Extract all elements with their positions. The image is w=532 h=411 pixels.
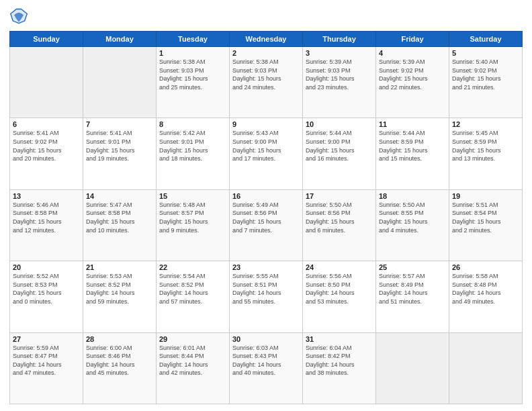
weekday-header: Sunday bbox=[10, 32, 83, 47]
day-number: 25 bbox=[379, 263, 446, 271]
weekday-header: Tuesday bbox=[157, 32, 230, 47]
day-info: Sunrise: 5:44 AM Sunset: 8:59 PM Dayligh… bbox=[379, 129, 446, 163]
day-number: 20 bbox=[13, 263, 80, 271]
calendar-cell: 25Sunrise: 5:57 AM Sunset: 8:49 PM Dayli… bbox=[376, 261, 449, 332]
day-info: Sunrise: 6:04 AM Sunset: 8:42 PM Dayligh… bbox=[306, 344, 373, 377]
day-number: 29 bbox=[159, 335, 226, 343]
calendar-cell: 17Sunrise: 5:50 AM Sunset: 8:56 PM Dayli… bbox=[303, 189, 376, 261]
day-number: 16 bbox=[232, 192, 300, 200]
day-number: 9 bbox=[232, 120, 300, 128]
calendar-week-row: 1Sunrise: 5:38 AM Sunset: 9:03 PM Daylig… bbox=[10, 47, 523, 118]
calendar-week-row: 13Sunrise: 5:46 AM Sunset: 8:58 PM Dayli… bbox=[10, 189, 523, 261]
day-info: Sunrise: 5:59 AM Sunset: 8:47 PM Dayligh… bbox=[13, 344, 80, 377]
day-info: Sunrise: 6:00 AM Sunset: 8:46 PM Dayligh… bbox=[86, 344, 153, 377]
calendar-week-row: 27Sunrise: 5:59 AM Sunset: 8:47 PM Dayli… bbox=[10, 332, 523, 404]
calendar-cell bbox=[449, 332, 523, 404]
day-info: Sunrise: 5:56 AM Sunset: 8:50 PM Dayligh… bbox=[306, 272, 373, 306]
day-info: Sunrise: 5:53 AM Sunset: 8:52 PM Dayligh… bbox=[86, 272, 153, 306]
calendar-cell: 1Sunrise: 5:38 AM Sunset: 9:03 PM Daylig… bbox=[157, 47, 230, 118]
day-number: 30 bbox=[232, 335, 300, 343]
calendar-week-row: 6Sunrise: 5:41 AM Sunset: 9:02 PM Daylig… bbox=[10, 118, 523, 189]
day-info: Sunrise: 5:43 AM Sunset: 9:00 PM Dayligh… bbox=[232, 129, 300, 163]
weekday-header: Wednesday bbox=[230, 32, 303, 47]
day-info: Sunrise: 5:55 AM Sunset: 8:51 PM Dayligh… bbox=[232, 272, 300, 306]
day-number: 28 bbox=[86, 335, 153, 343]
day-number: 23 bbox=[232, 263, 300, 271]
day-info: Sunrise: 5:38 AM Sunset: 9:03 PM Dayligh… bbox=[159, 58, 226, 91]
day-info: Sunrise: 5:39 AM Sunset: 9:03 PM Dayligh… bbox=[306, 58, 373, 91]
day-number: 17 bbox=[306, 192, 373, 200]
calendar-cell: 12Sunrise: 5:45 AM Sunset: 8:59 PM Dayli… bbox=[449, 118, 523, 189]
calendar-cell: 10Sunrise: 5:44 AM Sunset: 9:00 PM Dayli… bbox=[303, 118, 376, 189]
day-info: Sunrise: 5:50 AM Sunset: 8:55 PM Dayligh… bbox=[379, 201, 446, 234]
day-number: 10 bbox=[306, 120, 373, 128]
calendar-week-row: 20Sunrise: 5:52 AM Sunset: 8:53 PM Dayli… bbox=[10, 261, 523, 332]
logo-icon bbox=[9, 7, 28, 26]
calendar-cell: 16Sunrise: 5:49 AM Sunset: 8:56 PM Dayli… bbox=[230, 189, 303, 261]
day-info: Sunrise: 5:51 AM Sunset: 8:54 PM Dayligh… bbox=[452, 201, 519, 234]
calendar-cell: 14Sunrise: 5:47 AM Sunset: 8:58 PM Dayli… bbox=[83, 189, 157, 261]
day-info: Sunrise: 5:42 AM Sunset: 9:01 PM Dayligh… bbox=[159, 129, 226, 163]
calendar-cell: 4Sunrise: 5:39 AM Sunset: 9:02 PM Daylig… bbox=[376, 47, 449, 118]
day-info: Sunrise: 5:49 AM Sunset: 8:56 PM Dayligh… bbox=[232, 201, 300, 234]
day-number: 2 bbox=[232, 49, 300, 57]
calendar-cell: 26Sunrise: 5:58 AM Sunset: 8:48 PM Dayli… bbox=[449, 261, 523, 332]
day-info: Sunrise: 6:01 AM Sunset: 8:44 PM Dayligh… bbox=[159, 344, 226, 377]
day-number: 5 bbox=[452, 49, 519, 57]
calendar-cell: 28Sunrise: 6:00 AM Sunset: 8:46 PM Dayli… bbox=[83, 332, 157, 404]
calendar-cell: 9Sunrise: 5:43 AM Sunset: 9:00 PM Daylig… bbox=[230, 118, 303, 189]
day-number: 13 bbox=[13, 192, 80, 200]
calendar-cell bbox=[376, 332, 449, 404]
calendar-cell: 31Sunrise: 6:04 AM Sunset: 8:42 PM Dayli… bbox=[303, 332, 376, 404]
calendar-cell: 3Sunrise: 5:39 AM Sunset: 9:03 PM Daylig… bbox=[303, 47, 376, 118]
day-number: 24 bbox=[306, 263, 373, 271]
calendar-cell: 23Sunrise: 5:55 AM Sunset: 8:51 PM Dayli… bbox=[230, 261, 303, 332]
calendar-cell: 30Sunrise: 6:03 AM Sunset: 8:43 PM Dayli… bbox=[230, 332, 303, 404]
day-info: Sunrise: 5:40 AM Sunset: 9:02 PM Dayligh… bbox=[452, 58, 519, 91]
calendar-cell: 6Sunrise: 5:41 AM Sunset: 9:02 PM Daylig… bbox=[10, 118, 83, 189]
day-number: 3 bbox=[306, 49, 373, 57]
day-number: 22 bbox=[159, 263, 226, 271]
day-number: 26 bbox=[452, 263, 519, 271]
calendar-cell: 18Sunrise: 5:50 AM Sunset: 8:55 PM Dayli… bbox=[376, 189, 449, 261]
day-info: Sunrise: 5:38 AM Sunset: 9:03 PM Dayligh… bbox=[232, 58, 300, 91]
calendar-cell: 7Sunrise: 5:41 AM Sunset: 9:01 PM Daylig… bbox=[83, 118, 157, 189]
calendar-cell: 8Sunrise: 5:42 AM Sunset: 9:01 PM Daylig… bbox=[157, 118, 230, 189]
calendar-cell: 13Sunrise: 5:46 AM Sunset: 8:58 PM Dayli… bbox=[10, 189, 83, 261]
day-number: 31 bbox=[306, 335, 373, 343]
calendar-cell: 20Sunrise: 5:52 AM Sunset: 8:53 PM Dayli… bbox=[10, 261, 83, 332]
calendar-body: 1Sunrise: 5:38 AM Sunset: 9:03 PM Daylig… bbox=[10, 47, 523, 404]
day-number: 8 bbox=[159, 120, 226, 128]
logo bbox=[9, 7, 31, 26]
day-number: 21 bbox=[86, 263, 153, 271]
calendar-cell: 29Sunrise: 6:01 AM Sunset: 8:44 PM Dayli… bbox=[157, 332, 230, 404]
day-number: 27 bbox=[13, 335, 80, 343]
day-info: Sunrise: 5:50 AM Sunset: 8:56 PM Dayligh… bbox=[306, 201, 373, 234]
calendar-cell: 15Sunrise: 5:48 AM Sunset: 8:57 PM Dayli… bbox=[157, 189, 230, 261]
calendar-header: SundayMondayTuesdayWednesdayThursdayFrid… bbox=[10, 32, 523, 47]
page: SundayMondayTuesdayWednesdayThursdayFrid… bbox=[0, 0, 532, 411]
calendar-cell: 27Sunrise: 5:59 AM Sunset: 8:47 PM Dayli… bbox=[10, 332, 83, 404]
day-number: 14 bbox=[86, 192, 153, 200]
header bbox=[9, 7, 523, 26]
day-info: Sunrise: 5:58 AM Sunset: 8:48 PM Dayligh… bbox=[452, 272, 519, 306]
day-info: Sunrise: 5:54 AM Sunset: 8:52 PM Dayligh… bbox=[159, 272, 226, 306]
day-info: Sunrise: 5:41 AM Sunset: 9:02 PM Dayligh… bbox=[13, 129, 80, 163]
day-info: Sunrise: 5:47 AM Sunset: 8:58 PM Dayligh… bbox=[86, 201, 153, 234]
day-number: 19 bbox=[452, 192, 519, 200]
weekday-header: Saturday bbox=[449, 32, 523, 47]
day-info: Sunrise: 5:45 AM Sunset: 8:59 PM Dayligh… bbox=[452, 129, 519, 163]
calendar-cell: 22Sunrise: 5:54 AM Sunset: 8:52 PM Dayli… bbox=[157, 261, 230, 332]
day-info: Sunrise: 5:57 AM Sunset: 8:49 PM Dayligh… bbox=[379, 272, 446, 306]
day-number: 4 bbox=[379, 49, 446, 57]
day-number: 7 bbox=[86, 120, 153, 128]
calendar-cell: 11Sunrise: 5:44 AM Sunset: 8:59 PM Dayli… bbox=[376, 118, 449, 189]
calendar-cell: 21Sunrise: 5:53 AM Sunset: 8:52 PM Dayli… bbox=[83, 261, 157, 332]
day-number: 1 bbox=[159, 49, 226, 57]
day-number: 11 bbox=[379, 120, 446, 128]
calendar-table: SundayMondayTuesdayWednesdayThursdayFrid… bbox=[9, 31, 523, 404]
weekday-header: Monday bbox=[83, 32, 157, 47]
day-number: 6 bbox=[13, 120, 80, 128]
day-number: 15 bbox=[159, 192, 226, 200]
day-info: Sunrise: 5:52 AM Sunset: 8:53 PM Dayligh… bbox=[13, 272, 80, 306]
